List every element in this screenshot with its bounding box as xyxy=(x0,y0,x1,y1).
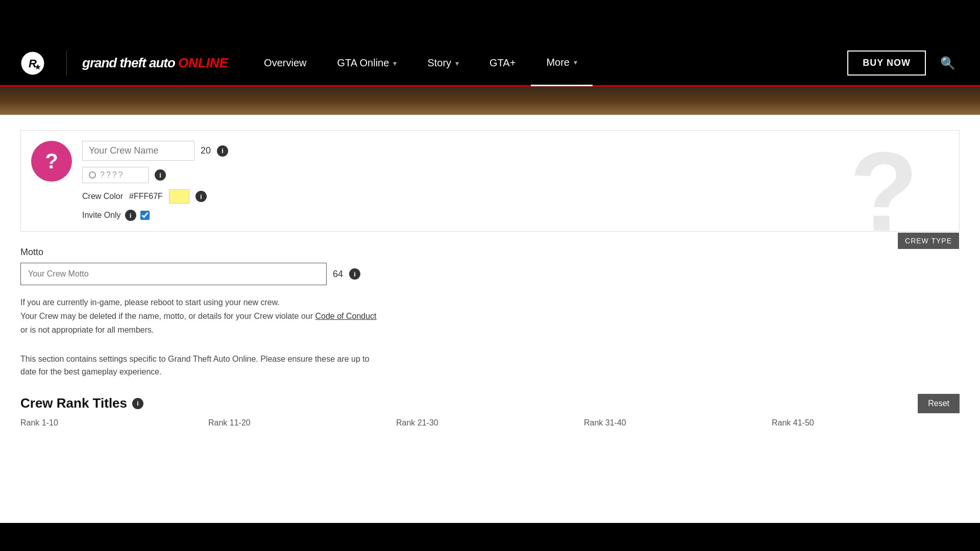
bg-question-mark: ? xyxy=(850,136,918,248)
logo-online-text: ONLINE xyxy=(178,55,228,71)
motto-input[interactable] xyxy=(20,263,327,285)
nav-logo: R ★ grand theft auto ONLINE xyxy=(20,51,228,76)
motto-row: 64 i xyxy=(20,263,960,285)
crew-type-badge[interactable]: CREW TYPE xyxy=(898,233,959,249)
gta-logo: grand theft auto ONLINE xyxy=(82,55,228,71)
notice-line1: If you are currently in-game, please reb… xyxy=(20,295,960,309)
crew-name-char-count: 20 xyxy=(201,145,211,156)
motto-char-count: 64 xyxy=(333,269,343,280)
rank-col-31-40: Rank 31-40 xyxy=(584,418,772,428)
nav-right: BUY NOW 🔍 xyxy=(847,51,960,76)
chevron-down-icon: ▾ xyxy=(574,58,577,66)
rank-col-41-50: Rank 41-50 xyxy=(772,418,960,428)
notice-text: If you are currently in-game, please reb… xyxy=(20,295,960,337)
rank-columns: Rank 1-10 Rank 11-20 Rank 21-30 Rank 31-… xyxy=(20,418,960,428)
rank-titles-header: Crew Rank Titles i Reset xyxy=(20,394,960,413)
main-content: ? ? 20 i ???? i Crew Color xyxy=(0,115,980,523)
nav-link-story[interactable]: Story ▾ xyxy=(412,40,474,86)
top-bar xyxy=(0,0,980,41)
navbar: R ★ grand theft auto ONLINE Overview GTA… xyxy=(0,41,980,87)
crew-tag-text: ???? xyxy=(100,170,125,180)
crew-color-hex: #FFF67F xyxy=(129,192,163,201)
invite-only-checkbox[interactable] xyxy=(140,211,150,220)
reset-button[interactable]: Reset xyxy=(918,394,960,413)
notice-line2: Your Crew may be deleted if the name, mo… xyxy=(20,309,960,323)
chevron-down-icon: ▾ xyxy=(455,59,459,67)
invite-only-info-icon[interactable]: i xyxy=(125,210,136,221)
crew-color-swatch[interactable] xyxy=(169,189,189,204)
crew-color-label: Crew Color xyxy=(82,192,123,201)
search-icon[interactable]: 🔍 xyxy=(936,52,960,74)
invite-only-label: Invite Only xyxy=(82,211,121,220)
rank-titles-section: Crew Rank Titles i Reset Rank 1-10 Rank … xyxy=(20,394,960,428)
crew-tag-input-container[interactable]: ???? xyxy=(82,167,149,183)
buy-now-button[interactable]: BUY NOW xyxy=(847,51,926,76)
crew-card: ? ? 20 i ???? i Crew Color xyxy=(20,130,960,232)
logo-gta-text: grand theft auto xyxy=(82,55,175,71)
section-info: This section contains settings specific … xyxy=(20,353,960,379)
crew-tag-info-icon[interactable]: i xyxy=(155,169,166,181)
nav-link-more[interactable]: More ▾ xyxy=(531,40,593,86)
chevron-down-icon: ▾ xyxy=(393,59,397,67)
motto-label: Motto xyxy=(20,247,960,258)
motto-info-icon[interactable]: i xyxy=(349,268,360,280)
tag-radio-icon xyxy=(89,171,96,179)
notice-line3: or is not appropriate for all members. xyxy=(20,323,960,337)
rank-titles-title: Crew Rank Titles i xyxy=(20,395,143,411)
nav-link-gta-online[interactable]: GTA Online ▾ xyxy=(322,40,412,86)
svg-text:★: ★ xyxy=(35,63,41,71)
crew-name-row: 20 i xyxy=(82,141,228,161)
rockstar-logo-icon: R ★ xyxy=(20,51,45,76)
rank-col-1-10: Rank 1-10 xyxy=(20,418,208,428)
crew-avatar-icon: ? xyxy=(45,149,58,173)
invite-only-row: Invite Only i xyxy=(82,210,228,221)
crew-color-info-icon[interactable]: i xyxy=(195,191,207,202)
nav-link-overview[interactable]: Overview xyxy=(249,40,322,86)
crew-tag-row: ???? i xyxy=(82,167,228,183)
hero-area xyxy=(0,87,980,115)
rank-col-11-20: Rank 11-20 xyxy=(208,418,396,428)
rank-col-21-30: Rank 21-30 xyxy=(396,418,584,428)
crew-details: 20 i ???? i Crew Color #FFF67F i Invit xyxy=(82,141,228,221)
crew-name-input[interactable] xyxy=(82,141,194,161)
nav-link-gtaplus[interactable]: GTA+ xyxy=(474,40,531,86)
rank-titles-info-icon[interactable]: i xyxy=(132,398,143,409)
motto-section: Motto 64 i xyxy=(20,247,960,285)
logo-divider xyxy=(66,51,67,76)
crew-color-row: Crew Color #FFF67F i xyxy=(82,189,228,204)
code-of-conduct-link[interactable]: Code of Conduct xyxy=(315,312,376,320)
crew-name-info-icon[interactable]: i xyxy=(217,145,228,157)
nav-links: Overview GTA Online ▾ Story ▾ GTA+ More … xyxy=(249,40,847,86)
crew-avatar[interactable]: ? xyxy=(31,141,72,182)
